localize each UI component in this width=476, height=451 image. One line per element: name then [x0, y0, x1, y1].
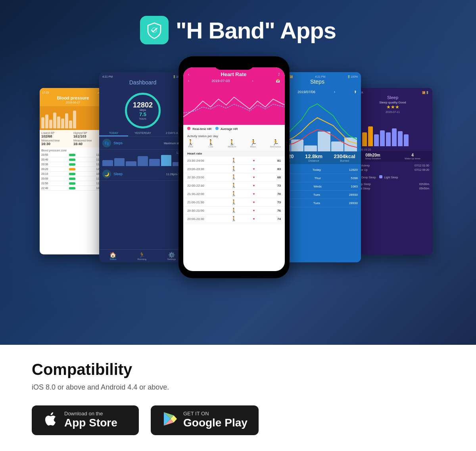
hr-row-2: 23:00-23:30 🚶 ♥ 83	[183, 165, 285, 173]
hr-share-icon[interactable]: ⤴	[278, 73, 280, 76]
sleep-woke-row: Woke Up 07/12 09:20	[356, 168, 429, 172]
hr-prev-icon[interactable]: ‹	[188, 79, 189, 83]
hr-next-icon[interactable]: ›	[252, 79, 253, 83]
bp-bar-6	[61, 118, 64, 128]
hr-time-6: 21:00-21:30	[187, 201, 215, 204]
hr-heart-3: ♥	[253, 176, 255, 179]
bp-stats: Lowest BP 102/68 Highest BP 161/103 Meas…	[40, 130, 106, 147]
sleep-title: Sleep	[356, 95, 429, 100]
sleep-bar-7	[392, 128, 397, 146]
hr-legend-realtime-label: Real-time HR	[192, 127, 211, 131]
dash-steps-label: steps	[140, 109, 146, 111]
dash-tab-yesterday[interactable]: YESTERDAY	[128, 130, 157, 136]
hr-header: ‹ Heart Rate ⤴ ‹ 2019-07-03 › 📅	[183, 67, 285, 85]
hr-activity-low: 🚶 Low	[207, 139, 214, 148]
apple-sub-text: Download on the	[64, 411, 117, 416]
steps-dist-label: Distance	[305, 159, 322, 162]
hr-row-8: 20:00-20:30 🚶 ♥ 74	[183, 215, 285, 223]
sleep-detail: Fall Asleep 07/12 01:00 Woke Up 07/12 09…	[353, 162, 432, 174]
hr-list-header-text: Heart rate	[187, 152, 202, 155]
sleep-wake-val: 4	[405, 153, 420, 157]
hr-activity-strenuous: 🏃 Strenuous	[270, 139, 281, 148]
hr-row-3: 22:30-23:00 🚶 ♥ 68	[183, 173, 285, 182]
bp-time-label: 17:25	[42, 91, 49, 94]
hr-chart	[183, 85, 285, 125]
compatibility-title: Compatibility	[32, 361, 444, 378]
hr-activity-medium: 🚶 Medium	[228, 139, 236, 148]
bp-lowest-label: Lowest BP	[41, 132, 73, 134]
dash-steps-label-item: Steps	[113, 141, 164, 145]
sleep-bar-6	[386, 132, 391, 146]
hr-activity: Activity status per day 🚶 Rest 🚶 Low	[183, 133, 285, 151]
screen-sleep: 17:24 📶🔋 Sleep Sleep quality:Good ★★★ 20…	[353, 88, 432, 254]
dash-hours: 7.5	[139, 111, 146, 117]
steps-burned-label: Burned	[334, 159, 355, 162]
sleep-duration-label: Sleep Duration	[365, 157, 381, 160]
sleep-light-row: Light Sleep 05h50m	[356, 186, 429, 191]
dash-nav-status-label: Status	[109, 258, 116, 260]
bottom-section: Compatibility iOS 8.0 or above and Andro…	[0, 345, 476, 451]
bp-lowest-container: Lowest BP 102/68	[41, 132, 73, 138]
apple-text-wrap: Download on the App Store	[64, 411, 117, 430]
bp-zone-dot-6	[69, 178, 75, 180]
hr-header-top: ‹ Heart Rate ⤴	[188, 71, 280, 77]
hr-low-label: Low	[207, 145, 214, 148]
hr-heart-4: ♥	[253, 184, 255, 187]
sleep-bar-4	[374, 134, 379, 146]
hr-rest-icon: 🚶	[187, 139, 194, 145]
dash-tabs: TODAY YESTERDAY 2 DAYS A	[99, 130, 186, 137]
screen-blood-pressure: 17:25 📶🔋 Blood pressure 2019-06-17	[40, 88, 106, 254]
hr-time-8: 20:00-20:30	[187, 217, 215, 221]
hr-legend: Real-time HR Average HR	[183, 125, 285, 133]
google-play-button[interactable]: GET IT ON Google Play	[151, 405, 259, 435]
dash-bar-seg-1	[102, 160, 113, 166]
bp-row-1: 23:50 111/74	[41, 153, 105, 157]
dash-nav-running[interactable]: 🏃 Running	[137, 252, 146, 260]
bp-bar-7	[65, 113, 68, 128]
hr-time-2: 23:00-23:30	[187, 167, 215, 171]
hr-strenuous-icon: 🏃	[270, 139, 281, 145]
sleep-woke-val: 07/12 09:20	[415, 168, 429, 171]
sleep-fall-asleep-row: Fall Asleep 07/12 01:00	[356, 163, 429, 168]
google-play-icon	[162, 411, 178, 429]
hr-time-4: 22:00-22:30	[187, 184, 215, 187]
bp-chart	[40, 106, 106, 130]
dash-nav-status[interactable]: 🏠 Status	[109, 252, 116, 260]
steps-week-day-4: Tues	[313, 193, 321, 197]
hr-low-icon: 🚶	[207, 139, 214, 145]
steps-next-icon[interactable]: ›	[334, 90, 335, 94]
bp-zone-dot-3	[69, 163, 75, 166]
sleep-bar-8	[398, 131, 403, 146]
dash-nav-settings[interactable]: ⚙️ Settings	[167, 252, 176, 260]
hr-walk-icon-7: 🚶	[231, 208, 237, 213]
steps-upload-icon[interactable]: ⬆	[354, 90, 357, 94]
dash-tab-today[interactable]: TODAY	[99, 130, 128, 136]
hr-val-6: 73	[271, 201, 281, 204]
bp-screen-inner: 17:25 📶🔋 Blood pressure 2019-06-17	[40, 88, 106, 254]
google-sub-text: GET IT ON	[183, 411, 248, 416]
hr-row-7: 20:30-21:00 🚶 ♥ 76	[183, 206, 285, 215]
hr-back-icon[interactable]: ‹	[188, 73, 189, 76]
dash-steps-item: 👣 Steps Maximum steps	[99, 137, 186, 150]
hr-val-4: 73	[271, 184, 281, 187]
apple-store-button[interactable]: Download on the App Store	[32, 405, 139, 435]
hr-time-1: 23:30-24:00	[187, 159, 215, 162]
dash-nav: 🏠 Status 🏃 Running ⚙️ Settings	[99, 249, 186, 262]
google-text-wrap: GET IT ON Google Play	[183, 411, 248, 430]
steps-week-val-1: 12820	[349, 168, 358, 172]
sleep-light-val: 05h50m	[419, 187, 429, 190]
hr-walk-icon-5: 🚶	[231, 191, 237, 197]
hr-calendar-icon[interactable]: 📅	[276, 79, 280, 83]
bp-row-2: 23:40 113/74	[41, 157, 105, 162]
sleep-status: 📶🔋	[422, 91, 429, 94]
compatibility-text: iOS 8.0 or above and Android 4.4 or abov…	[32, 383, 444, 392]
hr-list: Heart rate 23:30-24:00 🚶 ♥ 81 23:00-23:3…	[183, 151, 285, 223]
hr-legend-avg-label: Average HR	[221, 127, 238, 131]
hero-section: "H Band" Apps 17:25 📶🔋 Blood pressure 20…	[0, 0, 476, 345]
bp-row-time-8: 22:40	[41, 187, 48, 189]
steps-battery: 🔋100%	[347, 75, 358, 78]
steps-week-val-4: 28930	[349, 193, 358, 197]
bp-bar-8	[69, 120, 72, 128]
hr-mass-label: Mass	[250, 145, 257, 148]
bp-row-4: 23:20 127/85	[41, 167, 105, 172]
